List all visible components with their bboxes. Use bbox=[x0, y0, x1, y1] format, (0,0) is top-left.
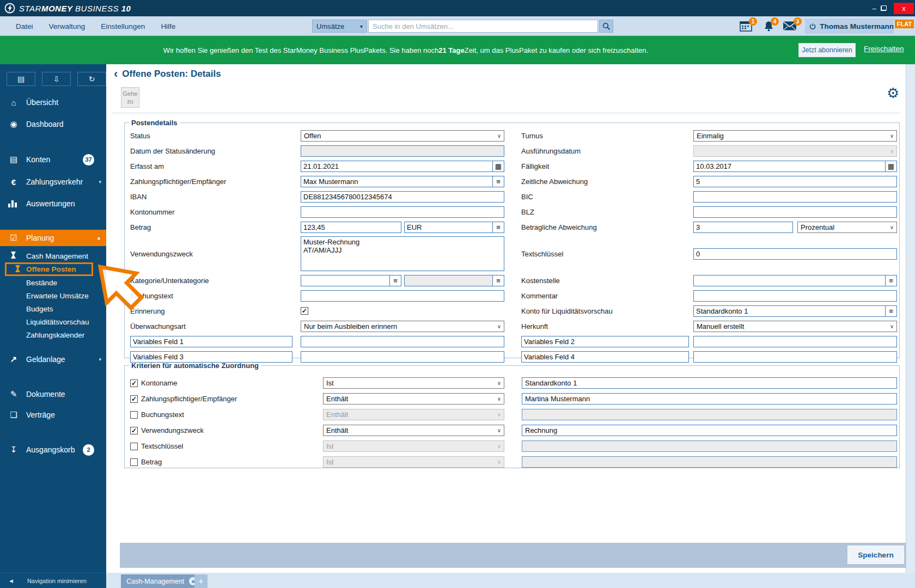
list-picker-button[interactable]: ≡ bbox=[885, 275, 897, 286]
sidebar-item-ausgangskorb[interactable]: ↧Ausgangskorb2 bbox=[0, 443, 106, 456]
due-date-input[interactable] bbox=[693, 161, 886, 172]
sidebar-item-zahlungsverkehr[interactable]: €Zahlungsverkehr▾ bbox=[0, 175, 106, 188]
kontoname-operator-select[interactable]: Ist∨ bbox=[323, 377, 504, 389]
var-field4-value-input[interactable] bbox=[693, 351, 897, 363]
zahlungspflichtiger-operator-select[interactable]: Enthält∨ bbox=[323, 393, 504, 405]
transfer-button[interactable]: ⇩ bbox=[42, 72, 71, 86]
gear-icon[interactable]: ⚙ bbox=[887, 85, 899, 102]
sidebar-item-bestaende[interactable]: Bestände bbox=[0, 276, 106, 289]
amount-deviation-input[interactable] bbox=[693, 222, 793, 233]
annotation-arrow bbox=[97, 264, 147, 320]
sidebar-item-dokumente[interactable]: ✎Dokumente bbox=[0, 388, 106, 401]
list-picker-button[interactable]: ≡ bbox=[492, 275, 504, 286]
sidebar-item-budgets[interactable]: Budgets bbox=[0, 302, 106, 315]
kontoname-value-input[interactable] bbox=[522, 377, 897, 389]
verwendungszweck-value-input[interactable] bbox=[522, 425, 897, 436]
var-field2-name-input[interactable] bbox=[521, 336, 689, 347]
accounts-overview-button[interactable]: ▤ bbox=[7, 72, 35, 86]
list-picker-button[interactable]: ≡ bbox=[492, 176, 504, 187]
sidebar-item-zahlungskalender[interactable]: Zahlungskalender bbox=[0, 328, 106, 341]
turnus-select[interactable]: Einmalig∨ bbox=[693, 130, 897, 142]
search-scope-dropdown[interactable]: Umsätze ▾ bbox=[312, 20, 367, 33]
sidebar-item-konten[interactable]: ▤Konten37 bbox=[0, 153, 106, 166]
status-select[interactable]: Offen∨ bbox=[301, 130, 504, 142]
zahlungspflichtiger-checkbox[interactable]: ✓ bbox=[130, 395, 138, 403]
created-on-input[interactable] bbox=[301, 161, 493, 172]
mail-notification[interactable]: 3 bbox=[783, 21, 797, 33]
minimize-button[interactable]: – bbox=[868, 4, 881, 13]
back-chevron-icon[interactable]: ‹ bbox=[114, 69, 118, 79]
currency-input[interactable] bbox=[404, 222, 493, 233]
close-button[interactable]: x bbox=[894, 3, 914, 14]
refresh-button[interactable]: ↻ bbox=[77, 72, 106, 86]
bell-notification[interactable]: 4 bbox=[764, 21, 774, 34]
save-button[interactable]: Speichern bbox=[847, 546, 904, 564]
payer-input[interactable] bbox=[301, 176, 493, 187]
list-picker-button[interactable]: ≡ bbox=[389, 275, 401, 286]
tab-cash-management[interactable]: Cash-Management × bbox=[121, 574, 203, 588]
cost-center-input[interactable] bbox=[693, 275, 886, 286]
sidebar-item-auswertungen[interactable]: Auswertungen bbox=[0, 197, 106, 210]
buchungstext-checkbox[interactable] bbox=[130, 411, 138, 419]
var-field3-name-input[interactable] bbox=[130, 351, 292, 363]
sidebar-item-vertraege[interactable]: ❏Verträge bbox=[0, 408, 106, 421]
maximize-button[interactable] bbox=[881, 5, 887, 11]
amount-input[interactable] bbox=[301, 222, 401, 233]
navigation-minimize-bar[interactable]: ◀ Navigation minimieren bbox=[0, 573, 106, 588]
deviation-unit-select[interactable]: Prozentual∨ bbox=[797, 222, 897, 233]
calendar-picker-button[interactable]: ▦ bbox=[885, 161, 897, 172]
search-input[interactable] bbox=[368, 20, 598, 33]
account-number-input[interactable] bbox=[301, 206, 504, 218]
sidebar-item-liquiditaetsvorschau[interactable]: Liquiditätsvorschau bbox=[0, 315, 106, 328]
sidebar-item-cash-management[interactable]: Cash Management bbox=[0, 249, 106, 262]
text-key-input[interactable] bbox=[693, 248, 897, 260]
booking-text-input[interactable] bbox=[301, 290, 504, 302]
calendar-picker-button[interactable]: ▦ bbox=[492, 161, 504, 172]
menu-verwaltung[interactable]: Verwaltung bbox=[49, 22, 86, 30]
search-button[interactable] bbox=[599, 20, 613, 33]
add-tab-button[interactable]: + bbox=[194, 574, 208, 588]
comment-input[interactable] bbox=[693, 290, 897, 302]
freischalten-link[interactable]: Freischalten bbox=[864, 45, 904, 53]
textschluessel-checkbox[interactable] bbox=[130, 443, 138, 450]
betrag-checkbox[interactable] bbox=[130, 458, 138, 466]
goto-button[interactable]: Gehezu bbox=[121, 87, 139, 108]
sidebar-label: Zahlungsverkehr bbox=[26, 177, 83, 186]
var-field3-value-input[interactable] bbox=[301, 351, 504, 363]
list-picker-button[interactable]: ≡ bbox=[885, 305, 897, 317]
var-field4-name-input[interactable] bbox=[521, 351, 689, 363]
bic-input[interactable] bbox=[693, 191, 897, 203]
sidebar-item-offene-posten[interactable]: Offene Posten bbox=[5, 262, 93, 276]
sidebar-item-geldanlage[interactable]: ↗Geldanlage▾ bbox=[0, 353, 106, 366]
calendar-notification[interactable]: 1 bbox=[740, 21, 752, 34]
chevron-down-icon: ∨ bbox=[890, 133, 894, 139]
iban-input[interactable] bbox=[301, 191, 504, 203]
verwendungszweck-operator-select[interactable]: Enthält∨ bbox=[323, 425, 504, 436]
purpose-textarea[interactable]: Muster-Rechnung AT/AM/AJJJ bbox=[301, 236, 504, 271]
menu-einstellungen[interactable]: Einstellungen bbox=[101, 22, 145, 30]
menu-hilfe[interactable]: Hilfe bbox=[161, 22, 175, 30]
sidebar-item-erwartete-umsaetze[interactable]: Erwartete Umsätze bbox=[0, 289, 106, 302]
verwendungszweck-checkbox[interactable]: ✓ bbox=[130, 427, 138, 434]
blz-input[interactable] bbox=[693, 206, 897, 218]
accounts-icon: ▤ bbox=[8, 155, 20, 164]
sidebar-item-uebersicht[interactable]: ⌂Übersicht bbox=[0, 96, 106, 109]
time-deviation-input[interactable] bbox=[693, 176, 897, 187]
menu-datei[interactable]: Datei bbox=[16, 22, 33, 30]
kontoname-checkbox[interactable]: ✓ bbox=[130, 379, 138, 387]
sidebar-item-dashboard[interactable]: ◉Dashboard bbox=[0, 118, 106, 131]
list-picker-button[interactable]: ≡ bbox=[492, 222, 504, 233]
zahlungspflichtiger-value-input[interactable] bbox=[522, 393, 897, 405]
var-field2-value-input[interactable] bbox=[693, 336, 897, 347]
subscribe-button[interactable]: Jetzt abonnieren bbox=[798, 43, 856, 57]
user-menu[interactable]: Thomas Mustermann bbox=[805, 19, 894, 34]
liquidity-account-input[interactable] bbox=[693, 305, 886, 317]
account-number-row: Kontonummer bbox=[130, 204, 511, 219]
var-field1-value-input[interactable] bbox=[301, 336, 504, 347]
var-field1-name-input[interactable] bbox=[130, 336, 292, 347]
monitoring-select[interactable]: Nur beim Ausbleiben erinnern∨ bbox=[301, 321, 504, 332]
sidebar-item-planung[interactable]: ☑Planung▲ bbox=[0, 230, 106, 246]
origin-select[interactable]: Manuell erstellt∨ bbox=[693, 321, 897, 332]
reminder-checkbox[interactable]: ✓ bbox=[301, 307, 308, 315]
category-input[interactable] bbox=[301, 275, 390, 286]
